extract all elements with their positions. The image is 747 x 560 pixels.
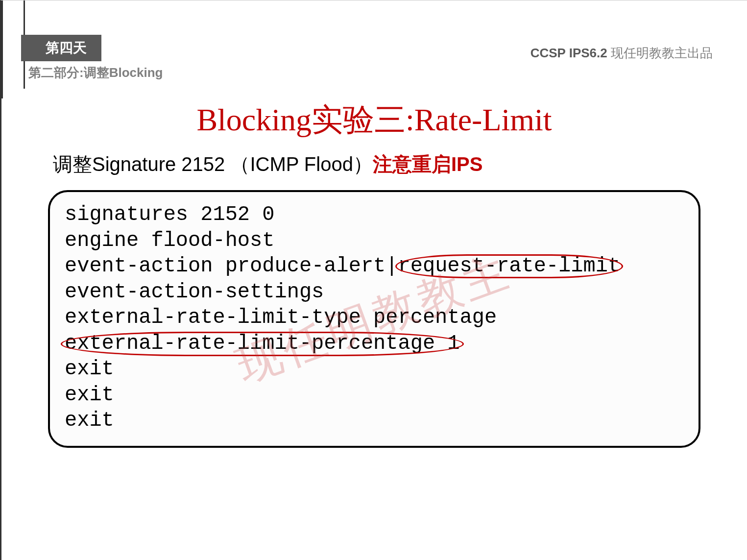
slide-container: 第四天 第二部分:调整Blocking CCSP IPS6.2 现任明教教主出品… <box>0 0 747 560</box>
subtitle-prefix: 调整Signature 2152 （ICMP Flood） <box>53 153 373 175</box>
code-line-1: signatures 2152 0 <box>65 202 684 228</box>
subtitle: 调整Signature 2152 （ICMP Flood）注意重启IPS <box>53 151 747 178</box>
course-author: CCSP IPS6.2 现任明教教主出品 <box>530 45 713 62</box>
day-tag: 第四天 <box>21 35 101 61</box>
code-line-7: exit <box>65 356 684 382</box>
main-title: Blocking实验三:Rate-Limit <box>1 98 747 141</box>
course-code: CCSP IPS6.2 <box>530 46 607 60</box>
author-text: 现任明教教主出品 <box>607 46 713 60</box>
code-box: 现任明教教主 signatures 2152 0 engine flood-ho… <box>48 190 700 448</box>
highlight-request-rate-limit: request-rate-limit <box>398 253 621 279</box>
code-line-3: event-action produce-alert|request-rate-… <box>65 253 684 279</box>
highlight-rate-limit-percentage: external-rate-limit-percentage 1 <box>65 331 460 357</box>
code-line-8: exit <box>65 382 684 408</box>
subtitle-emphasis: 注意重启IPS <box>373 153 482 175</box>
code-line-9: exit <box>65 408 684 434</box>
code-line-2: engine flood-host <box>65 228 684 254</box>
header-area: 第四天 第二部分:调整Blocking CCSP IPS6.2 现任明教教主出品 <box>1 0 747 81</box>
section-label: 第二部分:调整Blocking <box>28 64 747 81</box>
code-line-5: external-rate-limit-type percentage <box>65 305 684 331</box>
code-line-3-prefix: event-action produce-alert| <box>65 254 398 278</box>
code-line-6: external-rate-limit-percentage 1 <box>65 331 684 357</box>
code-line-4: event-action-settings <box>65 279 684 305</box>
